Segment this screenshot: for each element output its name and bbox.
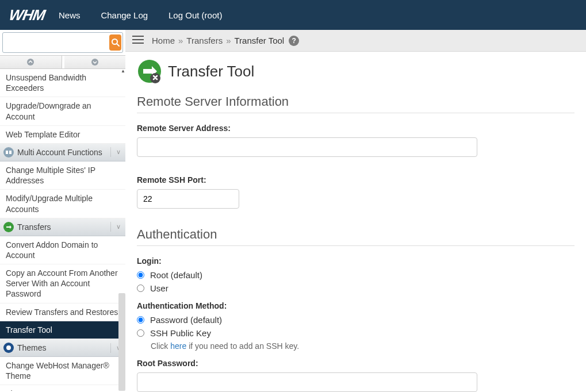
help-button[interactable]: ? [289,36,299,46]
nav-change-log[interactable]: Change Log [101,10,148,20]
login-label: Login: [137,256,574,266]
chevron-down-icon [91,58,99,66]
login-root-label: Root (default) [150,270,202,280]
chevron-up-icon [26,58,35,66]
sidebar-item[interactable]: Modify/Upgrade Multiple Accounts [0,190,125,218]
menu-toggle-button[interactable] [132,35,144,46]
hamburger-icon [132,35,144,44]
collapse-expand-row [0,55,125,69]
themes-icon [3,343,14,353]
nav-log-out[interactable]: Log Out (root) [168,10,222,20]
sidebar-group-themes[interactable]: Themes ∨ [0,339,125,357]
scrollbar-thumb[interactable] [118,293,125,391]
sidebar-item[interactable]: Copy an Account From Another Server With… [0,264,125,303]
sidebar-item[interactable]: Theme Manager [0,385,125,391]
root-password-label: Root Password: [137,359,574,368]
section-heading-auth: Authentication [137,227,574,246]
root-password-input[interactable] [137,372,477,392]
svg-point-6 [6,345,11,350]
sidebar-item[interactable]: Upgrade/Downgrade an Account [0,97,125,125]
remote-address-input[interactable] [137,137,477,157]
breadcrumb-section[interactable]: Transfers [186,36,223,45]
breadcrumb-current: Transfer Tool [235,36,285,45]
authmethod-password-row[interactable]: Password (default) [137,315,574,325]
authmethod-password-radio[interactable] [137,316,144,324]
login-root-radio[interactable] [137,271,144,279]
sidebar-item[interactable]: Change WebHost Manager® Theme [0,357,125,385]
page-title: Transfer Tool [168,63,254,80]
sshkey-hint: Click here if you need to add an SSH key… [151,341,574,351]
breadcrumb-sep: » [178,36,183,45]
ssh-port-label: Remote SSH Port: [137,175,574,185]
scroll-up-indicator: ▲ [121,69,125,74]
login-user-radio[interactable] [137,285,144,292]
main-content: Transfer Tool Remote Server Information … [125,52,586,392]
authmethod-label: Authentication Method: [137,301,574,310]
sshkey-hint-link[interactable]: here [170,341,186,351]
nav-list: ▲ Unsuspend Bandwidth Exceeders Upgrade/… [0,69,125,391]
sidebar-group-transfers[interactable]: Transfers ∨ [0,218,125,236]
top-bar: WHM News Change Log Log Out (root) [0,0,586,30]
sidebar: ▲ Unsuspend Bandwidth Exceeders Upgrade/… [0,30,125,392]
ssh-port-input[interactable] [137,189,239,209]
whm-logo: WHM [7,6,46,24]
sidebar-item[interactable]: Web Template Editor [0,126,125,144]
sidebar-group-multi-account[interactable]: Multi Account Functions ∨ [0,144,125,162]
login-user-label: User [150,283,168,293]
breadcrumb-sep: » [226,36,231,45]
transfer-tool-icon [137,59,162,84]
authmethod-sshkey-label: SSH Public Key [150,328,211,338]
transfers-icon [3,222,14,232]
breadcrumb-bar: Home » Transfers » Transfer Tool ? [125,30,586,52]
remote-address-label: Remote Server Address: [137,124,574,133]
sidebar-item[interactable]: Convert Addon Domain to Account [0,236,125,264]
search-row [2,32,123,53]
sidebar-group-label: Themes [17,343,47,352]
sshkey-hint-post: if you need to add an SSH key. [186,341,299,351]
sidebar-item[interactable]: Review Transfers and Restores [0,303,125,321]
chevron-down-icon: ∨ [116,223,121,230]
sshkey-hint-pre: Click [151,341,170,351]
svg-rect-5 [9,151,12,154]
top-nav: News Change Log Log Out (root) [59,10,240,20]
breadcrumb-home[interactable]: Home [152,36,175,45]
authmethod-sshkey-row[interactable]: SSH Public Key [137,328,574,338]
svg-point-2 [27,59,34,66]
group-icon [3,147,14,157]
collapse-all-button[interactable] [0,56,62,68]
section-heading-remote: Remote Server Information [137,94,574,113]
chevron-down-icon: ∨ [116,148,121,156]
login-root-row[interactable]: Root (default) [137,270,574,280]
login-user-row[interactable]: User [137,283,574,293]
sidebar-group-label: Multi Account Functions [17,148,102,157]
sidebar-item[interactable]: Unsuspend Bandwidth Exceeders [0,69,125,97]
sidebar-group-label: Transfers [17,222,51,232]
sidebar-item[interactable]: Change Multiple Sites' IP Addresses [0,162,125,190]
expand-all-button[interactable] [64,56,126,68]
nav-news[interactable]: News [59,10,81,20]
search-icon [111,38,120,47]
page-title-row: Transfer Tool [137,59,574,84]
authmethod-sshkey-radio[interactable] [137,329,144,337]
svg-line-1 [117,44,119,46]
svg-point-3 [91,59,98,66]
sidebar-item-transfer-tool[interactable]: Transfer Tool [0,321,125,339]
svg-rect-4 [6,151,8,154]
authmethod-password-label: Password (default) [150,315,222,325]
search-input[interactable] [9,34,109,51]
search-button[interactable] [109,34,121,51]
